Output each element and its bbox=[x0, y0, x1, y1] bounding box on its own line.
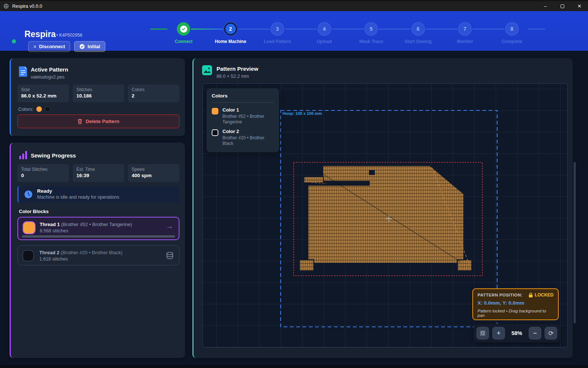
thread-1-name: Thread 1 (Brother #52 • Brother Tangerin… bbox=[40, 222, 132, 227]
lock-icon bbox=[529, 293, 533, 298]
status-subtitle: Machine is idle and ready for operations bbox=[37, 195, 179, 200]
stepper-track bbox=[332, 29, 364, 30]
clock-icon bbox=[24, 190, 33, 199]
active-pattern-card: Active Pattern valetudogv2.pes Size 86.0… bbox=[10, 58, 185, 136]
legend-item-color1: Color 1 Brother #52 • Brother Tangerine bbox=[212, 107, 274, 125]
thread-1-progress-bar bbox=[22, 235, 175, 238]
thread-2-swatch bbox=[23, 251, 33, 261]
legend-swatch-orange bbox=[212, 108, 218, 115]
window-title: Respira v0.0.0 bbox=[12, 4, 42, 9]
divider bbox=[212, 102, 274, 103]
app-header: Respira • K4P502956 × Disconnect Initial… bbox=[0, 11, 588, 51]
pattern-position-overlay: PATTERN POSITION: LOCKED X: 0.0mm, Y: 0.… bbox=[472, 288, 559, 320]
stepper-track bbox=[285, 29, 317, 30]
stepper-track bbox=[238, 29, 270, 30]
zoom-controls: + 58% − ⟳ bbox=[473, 324, 560, 342]
hoop-size-label: Hoop: 100 x 100 mm bbox=[283, 111, 322, 116]
pan-hint: Pattern locked • Drag background to pan bbox=[478, 309, 554, 318]
image-icon bbox=[202, 65, 212, 76]
x-icon: × bbox=[33, 44, 36, 50]
fit-to-screen-button[interactable] bbox=[476, 327, 489, 339]
stepper-track bbox=[472, 29, 505, 30]
close-button[interactable]: ✕ bbox=[571, 1, 588, 11]
stat-speed: Speed 400 spm bbox=[128, 164, 179, 182]
colors-legend: Colors Color 1 Brother #52 • Brother Tan… bbox=[207, 88, 279, 152]
step-monitor-circle: 7 bbox=[458, 22, 472, 36]
locked-badge: LOCKED bbox=[529, 292, 554, 298]
active-pattern-title: Active Pattern bbox=[31, 66, 68, 73]
pattern-filename: valetudogv2.pes bbox=[31, 74, 68, 80]
pattern-coordinates: X: 0.0mm, Y: 0.0mm bbox=[478, 300, 554, 306]
step-connect[interactable]: Connect bbox=[160, 22, 207, 44]
maximize-button[interactable] bbox=[554, 1, 571, 11]
stat-total-stitches: Total Stitches 0 bbox=[17, 164, 69, 182]
title-bar: Respira v0.0.0 – ✕ bbox=[0, 0, 588, 11]
stat-size: Size 86.0 x 52.2 mm bbox=[17, 84, 69, 102]
disconnect-button[interactable]: × Disconnect bbox=[28, 41, 70, 52]
pattern-dimensions: 86.0 × 52.2 mm bbox=[217, 74, 258, 79]
stat-stitches: Stitches 10.186 bbox=[73, 84, 124, 102]
app-window-icon bbox=[3, 3, 9, 9]
color-swatch-black bbox=[45, 106, 50, 112]
machine-status-banner: Ready Machine is idle and ready for oper… bbox=[17, 186, 179, 203]
check-circle-icon bbox=[79, 44, 85, 49]
stepper-track bbox=[150, 29, 168, 30]
color-swatch-orange bbox=[36, 106, 42, 112]
reset-icon: ⟳ bbox=[548, 329, 554, 337]
thread-2-row[interactable]: Thread 2 (Brother #20 • Brother Black) 1… bbox=[17, 245, 179, 265]
thread-1-swatch bbox=[23, 222, 35, 233]
step-monitor[interactable]: 7 Monitor bbox=[442, 22, 489, 44]
connection-status-dot bbox=[12, 39, 16, 43]
stepper-track bbox=[528, 29, 546, 30]
step-upload-circle: 4 bbox=[318, 22, 331, 36]
initial-button[interactable]: Initial bbox=[74, 41, 105, 52]
color-blocks-label: Color Blocks bbox=[19, 209, 49, 214]
thread-2-name: Thread 2 (Brother #20 • Brother Black) bbox=[39, 250, 122, 255]
stat-colors: Colors 2 bbox=[128, 84, 179, 102]
status-title: Ready bbox=[37, 188, 179, 194]
zoom-level: 58% bbox=[508, 330, 525, 336]
stepper-track bbox=[191, 29, 223, 30]
reset-view-button[interactable]: ⟳ bbox=[545, 327, 557, 339]
step-start-sewing[interactable]: 6 Start Sewing bbox=[395, 22, 442, 44]
thread-2-stitches: 1.618 stitches bbox=[39, 256, 122, 262]
minimize-icon: – bbox=[544, 3, 546, 9]
step-connect-circle bbox=[177, 22, 190, 36]
minus-icon: − bbox=[533, 329, 537, 337]
zoom-in-button[interactable]: + bbox=[492, 327, 505, 339]
stepper-track bbox=[379, 29, 411, 30]
background-window-edge bbox=[0, 365, 588, 368]
arrow-right-icon: → bbox=[166, 222, 173, 231]
file-icon bbox=[19, 66, 28, 77]
step-home-machine-circle: 2 bbox=[224, 22, 237, 36]
scrollbar-thumb[interactable] bbox=[574, 162, 576, 324]
legend-swatch-black bbox=[212, 129, 218, 136]
zoom-out-button[interactable]: − bbox=[529, 327, 541, 339]
stepper-track bbox=[426, 29, 458, 30]
step-load-pattern[interactable]: 3 Load Pattern bbox=[254, 22, 301, 44]
workflow-stepper: Connect 2 Home Machine 3 Load Pattern 4 … bbox=[160, 22, 535, 44]
step-start-sewing-circle: 6 bbox=[412, 22, 425, 36]
step-mask-trace[interactable]: 5 Mask Trace bbox=[348, 22, 395, 44]
step-mask-trace-circle: 5 bbox=[364, 22, 378, 36]
embroidery-pattern bbox=[300, 166, 471, 271]
fit-to-screen-icon bbox=[480, 330, 486, 336]
step-complete-circle: 8 bbox=[505, 22, 519, 36]
step-complete[interactable]: 8 Complete bbox=[489, 22, 536, 44]
legend-item-color2: Color 2 Brother #20 • Brother Black bbox=[212, 129, 274, 146]
app-name: Respira bbox=[24, 29, 56, 39]
minimize-button[interactable]: – bbox=[537, 1, 554, 11]
thread-1-row[interactable]: Thread 1 (Brother #52 • Brother Tangerin… bbox=[17, 217, 179, 240]
trash-icon bbox=[77, 119, 82, 124]
layers-icon bbox=[166, 252, 174, 260]
step-home-machine[interactable]: 2 Home Machine bbox=[207, 22, 254, 44]
close-icon: ✕ bbox=[578, 3, 582, 9]
step-upload[interactable]: 4 Upload bbox=[301, 22, 348, 44]
preview-canvas[interactable]: Hoop: 100 x 100 mm Colors Color 1 Brothe… bbox=[202, 83, 568, 348]
sewing-progress-title: Sewing Progress bbox=[31, 152, 76, 159]
pattern-preview-title: Pattern Preview bbox=[217, 66, 258, 72]
check-icon bbox=[180, 26, 187, 33]
sewing-progress-card: Sewing Progress Total Stitches 0 Est. Ti… bbox=[10, 143, 185, 358]
maximize-icon bbox=[561, 4, 564, 8]
delete-pattern-button[interactable]: Delete Pattern bbox=[17, 115, 179, 128]
